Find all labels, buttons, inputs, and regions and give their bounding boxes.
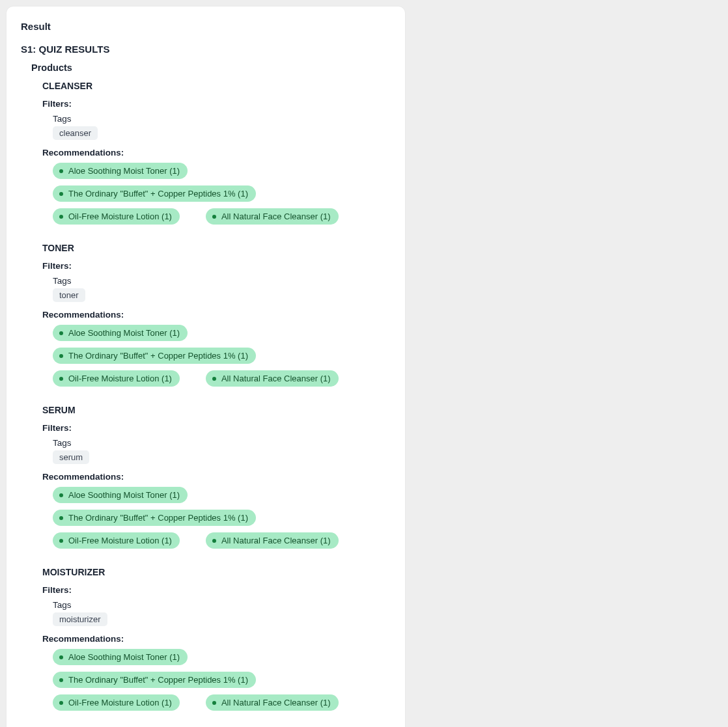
recommendation-row: Oil-Free Moisture Lotion (1)All Natural … bbox=[53, 694, 391, 711]
recommendation-row: Aloe Soothing Moist Toner (1) bbox=[53, 487, 391, 503]
tag-chip[interactable]: toner bbox=[53, 288, 85, 302]
recommendation-text: The Ordinary "Buffet" + Copper Peptides … bbox=[68, 189, 248, 199]
tag-chip[interactable]: moisturizer bbox=[53, 612, 107, 626]
recommendation-row: The Ordinary "Buffet" + Copper Peptides … bbox=[53, 672, 391, 688]
recommendation-chip[interactable]: Aloe Soothing Moist Toner (1) bbox=[53, 649, 188, 665]
status-dot-icon bbox=[59, 169, 63, 173]
recommendation-list: Aloe Soothing Moist Toner (1)The Ordinar… bbox=[53, 325, 391, 387]
recommendations-label: Recommendations: bbox=[42, 148, 391, 158]
tag-chip[interactable]: serum bbox=[53, 450, 89, 464]
recommendation-chip[interactable]: Aloe Soothing Moist Toner (1) bbox=[53, 487, 188, 503]
status-dot-icon bbox=[59, 516, 63, 520]
status-dot-icon bbox=[212, 701, 216, 705]
recommendation-chip[interactable]: All Natural Face Cleanser (1) bbox=[206, 532, 339, 549]
filters-label: Filters: bbox=[42, 585, 391, 595]
recommendation-chip[interactable]: Oil-Free Moisture Lotion (1) bbox=[53, 532, 180, 549]
status-dot-icon bbox=[59, 701, 63, 705]
filters-label: Filters: bbox=[42, 423, 391, 433]
result-card: Result S1: QUIZ RESULTS Products CLEANSE… bbox=[7, 7, 405, 727]
status-dot-icon bbox=[59, 331, 63, 335]
category-block: MOISTURIZERFilters:TagsmoisturizerRecomm… bbox=[42, 567, 391, 711]
status-dot-icon bbox=[59, 354, 63, 358]
tags-label: Tags bbox=[53, 600, 391, 610]
recommendation-row: Aloe Soothing Moist Toner (1) bbox=[53, 649, 391, 665]
recommendation-text: Aloe Soothing Moist Toner (1) bbox=[68, 166, 180, 176]
recommendation-row: Aloe Soothing Moist Toner (1) bbox=[53, 163, 391, 179]
recommendation-list: Aloe Soothing Moist Toner (1)The Ordinar… bbox=[53, 649, 391, 711]
status-dot-icon bbox=[59, 215, 63, 219]
recommendation-row: The Ordinary "Buffet" + Copper Peptides … bbox=[53, 510, 391, 526]
filters-label: Filters: bbox=[42, 99, 391, 109]
status-dot-icon bbox=[59, 192, 63, 196]
tag-chip[interactable]: cleanser bbox=[53, 126, 98, 140]
tags-label: Tags bbox=[53, 276, 391, 286]
recommendation-text: Oil-Free Moisture Lotion (1) bbox=[68, 698, 172, 707]
recommendation-text: Oil-Free Moisture Lotion (1) bbox=[68, 212, 172, 221]
status-dot-icon bbox=[59, 493, 63, 497]
recommendation-chip[interactable]: Oil-Free Moisture Lotion (1) bbox=[53, 370, 180, 387]
recommendation-row: Aloe Soothing Moist Toner (1) bbox=[53, 325, 391, 341]
category-title: SERUM bbox=[42, 405, 391, 415]
recommendations-label: Recommendations: bbox=[42, 472, 391, 482]
recommendation-list: Aloe Soothing Moist Toner (1)The Ordinar… bbox=[53, 487, 391, 549]
recommendation-text: Oil-Free Moisture Lotion (1) bbox=[68, 374, 172, 383]
recommendation-chip[interactable]: All Natural Face Cleanser (1) bbox=[206, 208, 339, 225]
recommendation-row: The Ordinary "Buffet" + Copper Peptides … bbox=[53, 348, 391, 364]
category-title: MOISTURIZER bbox=[42, 567, 391, 577]
recommendation-text: The Ordinary "Buffet" + Copper Peptides … bbox=[68, 675, 248, 685]
recommendation-text: All Natural Face Cleanser (1) bbox=[221, 212, 331, 221]
recommendation-text: Aloe Soothing Moist Toner (1) bbox=[68, 490, 180, 500]
recommendation-text: The Ordinary "Buffet" + Copper Peptides … bbox=[68, 351, 248, 361]
recommendation-row: Oil-Free Moisture Lotion (1)All Natural … bbox=[53, 370, 391, 387]
tags-label: Tags bbox=[53, 438, 391, 448]
products-label: Products bbox=[31, 62, 391, 73]
recommendation-chip[interactable]: The Ordinary "Buffet" + Copper Peptides … bbox=[53, 510, 256, 526]
recommendation-text: All Natural Face Cleanser (1) bbox=[221, 698, 331, 707]
recommendation-chip[interactable]: Oil-Free Moisture Lotion (1) bbox=[53, 208, 180, 225]
status-dot-icon bbox=[59, 678, 63, 682]
section-title: S1: QUIZ RESULTS bbox=[21, 44, 391, 55]
recommendation-text: All Natural Face Cleanser (1) bbox=[221, 374, 331, 383]
card-title: Result bbox=[21, 21, 391, 32]
recommendation-chip[interactable]: All Natural Face Cleanser (1) bbox=[206, 370, 339, 387]
recommendation-chip[interactable]: The Ordinary "Buffet" + Copper Peptides … bbox=[53, 185, 256, 202]
recommendation-text: The Ordinary "Buffet" + Copper Peptides … bbox=[68, 513, 248, 523]
tags-label: Tags bbox=[53, 114, 391, 124]
category-title: CLEANSER bbox=[42, 81, 391, 91]
recommendation-text: Aloe Soothing Moist Toner (1) bbox=[68, 652, 180, 662]
recommendation-row: Oil-Free Moisture Lotion (1)All Natural … bbox=[53, 532, 391, 549]
categories-container: CLEANSERFilters:TagscleanserRecommendati… bbox=[21, 81, 391, 711]
recommendation-chip[interactable]: The Ordinary "Buffet" + Copper Peptides … bbox=[53, 672, 256, 688]
filters-label: Filters: bbox=[42, 261, 391, 271]
recommendation-text: All Natural Face Cleanser (1) bbox=[221, 536, 331, 545]
status-dot-icon bbox=[59, 539, 63, 543]
status-dot-icon bbox=[59, 655, 63, 659]
status-dot-icon bbox=[212, 377, 216, 381]
status-dot-icon bbox=[212, 539, 216, 543]
status-dot-icon bbox=[212, 215, 216, 219]
recommendation-chip[interactable]: All Natural Face Cleanser (1) bbox=[206, 694, 339, 711]
category-block: SERUMFilters:TagsserumRecommendations:Al… bbox=[42, 405, 391, 549]
status-dot-icon bbox=[59, 377, 63, 381]
category-block: CLEANSERFilters:TagscleanserRecommendati… bbox=[42, 81, 391, 225]
recommendation-chip[interactable]: The Ordinary "Buffet" + Copper Peptides … bbox=[53, 348, 256, 364]
recommendation-chip[interactable]: Oil-Free Moisture Lotion (1) bbox=[53, 694, 180, 711]
recommendations-label: Recommendations: bbox=[42, 310, 391, 320]
recommendation-row: Oil-Free Moisture Lotion (1)All Natural … bbox=[53, 208, 391, 225]
recommendation-text: Aloe Soothing Moist Toner (1) bbox=[68, 328, 180, 338]
recommendation-chip[interactable]: Aloe Soothing Moist Toner (1) bbox=[53, 325, 188, 341]
recommendations-label: Recommendations: bbox=[42, 634, 391, 644]
recommendation-row: The Ordinary "Buffet" + Copper Peptides … bbox=[53, 185, 391, 202]
category-title: TONER bbox=[42, 243, 391, 253]
recommendation-list: Aloe Soothing Moist Toner (1)The Ordinar… bbox=[53, 163, 391, 225]
recommendation-chip[interactable]: Aloe Soothing Moist Toner (1) bbox=[53, 163, 188, 179]
category-block: TONERFilters:TagstonerRecommendations:Al… bbox=[42, 243, 391, 387]
recommendation-text: Oil-Free Moisture Lotion (1) bbox=[68, 536, 172, 545]
